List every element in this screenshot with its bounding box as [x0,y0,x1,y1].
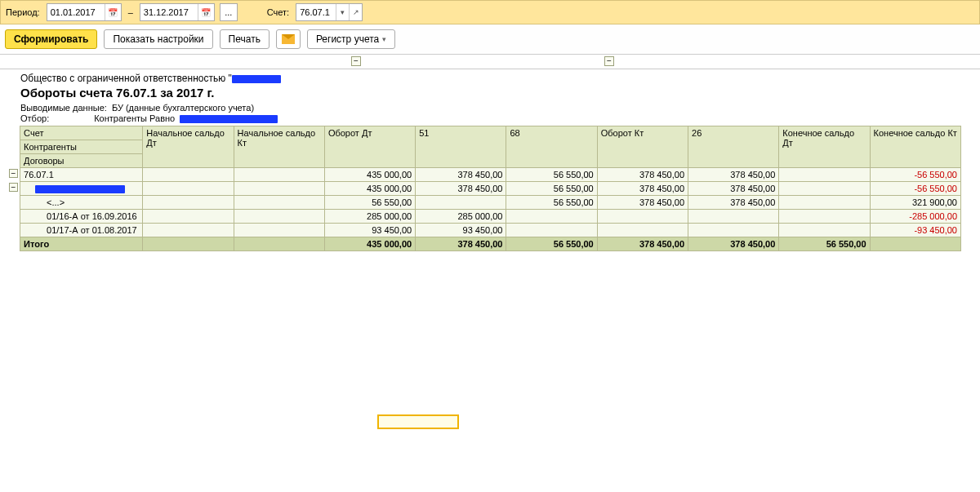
expand-icon[interactable]: − [9,183,18,192]
cell-c26 [688,224,779,237]
redacted [35,185,125,193]
cell-turn_kt [597,210,688,224]
cell-beg_kt [234,196,324,210]
chevron-down-icon: ▾ [382,35,386,43]
cell-beg_kt [234,210,324,224]
col-beg-dt: Начальное сальдо Дт [143,126,234,168]
cell-end_dt [779,182,870,196]
calendar-icon[interactable]: 📅 [105,4,121,20]
col-68: 68 [506,126,597,168]
org-prefix: Общество с ограниченной ответственностью… [20,73,232,84]
col-end-kt: Конечное сальдо Кт [870,126,960,168]
cell-beg_dt [143,210,234,224]
cell-beg_kt [234,168,324,182]
cell-turn_kt: 378 450,00 [597,196,688,210]
cell-c68 [506,210,597,224]
total-turn-dt: 435 000,00 [324,237,415,251]
cell-end_kt: -56 550,00 [870,182,960,196]
col-turn-kt: Оборот Кт [597,126,688,168]
total-end-dt: 56 550,00 [779,237,870,251]
output-line: Выводимые данные: БУ (данные бухгалтерск… [20,103,960,113]
cell-c51: 93 450,00 [416,224,506,237]
redacted [232,75,281,83]
cell-turn_kt: 378 450,00 [597,182,688,196]
total-row: Итого 435 000,00 378 450,00 56 550,00 37… [7,237,961,251]
form-button[interactable]: Сформировать [5,29,97,49]
filter-value: Контрагенты Равно [94,113,175,123]
total-label: Итого [20,237,143,251]
report-title: Обороты счета 76.07.1 за 2017 г. [20,86,960,100]
output-value: БУ (данные бухгалтерского учета) [112,103,254,113]
register-label: Регистр учета [316,33,379,45]
account-dropdown[interactable]: ▾ [336,4,349,20]
output-label: Выводимые данные: [20,103,107,113]
table-row[interactable]: 01/16-А от 16.09.2016285 000,00285 000,0… [7,210,961,224]
cell-c51: 378 450,00 [416,168,506,182]
group-collapse-row: − − [0,55,980,69]
row-label [20,182,143,196]
col-account: Счет [20,126,143,140]
table-row[interactable]: −76.07.1435 000,00378 450,0056 550,00378… [7,168,961,182]
cell-c26: 378 450,00 [688,168,779,182]
cell-c51: 378 450,00 [416,182,506,196]
table-row[interactable]: 01/17-А от 01.08.201793 450,0093 450,00-… [7,224,961,237]
collapse-handle[interactable]: − [604,56,614,66]
cell-beg_dt [143,168,234,182]
date-to-wrapper: 📅 [140,3,215,21]
cell-c26 [688,210,779,224]
cell-beg_dt [143,224,234,237]
date-from-wrapper: 📅 [47,3,122,21]
print-button[interactable]: Печать [220,29,270,49]
table-row[interactable]: <...>56 550,0056 550,00378 450,00378 450… [7,196,961,210]
table-body: −76.07.1435 000,00378 450,0056 550,00378… [7,168,961,237]
total-51: 378 450,00 [416,237,506,251]
account-input[interactable] [296,7,336,17]
expand-icon[interactable]: − [9,169,18,178]
total-turn-kt: 378 450,00 [597,237,688,251]
calendar-icon[interactable]: 📅 [198,4,214,20]
show-settings-button[interactable]: Показать настройки [104,29,212,49]
expand-col [7,126,20,168]
account-open[interactable]: ↗ [349,4,362,20]
cell-end_dt [779,224,870,237]
account-field: ▾ ↗ [296,3,363,21]
period-bar: Период: 📅 – 📅 ... Счет: ▾ ↗ [0,0,980,24]
col-contracts: Договоры [20,154,143,168]
col-beg-kt: Начальное сальдо Кт [234,126,324,168]
cell-end_dt [779,168,870,182]
table-row[interactable]: −435 000,00378 450,0056 550,00378 450,00… [7,182,961,196]
mail-button[interactable] [276,29,301,49]
col-counterparties: Контрагенты [20,140,143,154]
cell-end_dt [779,196,870,210]
collapse-handle[interactable]: − [351,56,361,66]
toolbar: Сформировать Показать настройки Печать Р… [0,24,980,55]
row-label: 01/17-А от 01.08.2017 [20,224,143,237]
cell-beg_dt [143,182,234,196]
row-label: <...> [20,196,143,210]
cell-turn_dt: 285 000,00 [324,210,415,224]
date-to-input[interactable] [140,7,198,17]
cell-beg_dt [143,196,234,210]
cell-c26: 378 450,00 [688,182,779,196]
mail-icon [282,34,295,44]
cell-beg_kt [234,224,324,237]
row-label: 01/16-А от 16.09.2016 [20,210,143,224]
cell-end_kt: -93 450,00 [870,224,960,237]
cell-turn_dt: 435 000,00 [324,168,415,182]
col-turn-dt: Оборот Дт [324,126,415,168]
report-area: Общество с ограниченной ответственностью… [0,69,980,251]
cell-c51 [416,196,506,210]
cell-end_dt [779,210,870,224]
date-from-input[interactable] [47,7,105,17]
row-label: 76.07.1 [20,168,143,182]
col-26: 26 [688,126,779,168]
account-label: Счет: [267,7,289,17]
period-more-button[interactable]: ... [220,3,238,21]
register-button[interactable]: Регистр учета ▾ [307,29,395,49]
cell-turn_dt: 435 000,00 [324,182,415,196]
col-51: 51 [416,126,506,168]
org-line: Общество с ограниченной ответственностью… [20,73,960,84]
cell-c68: 56 550,00 [506,196,597,210]
cell-turn_dt: 56 550,00 [324,196,415,210]
cell-turn_dt: 93 450,00 [324,224,415,237]
